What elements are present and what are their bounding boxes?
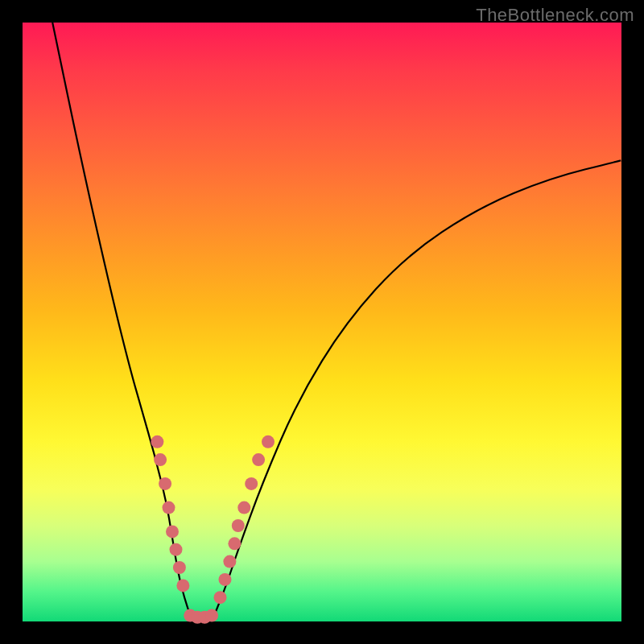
marker-dot [173, 561, 186, 574]
marker-dot [252, 453, 265, 466]
marker-dot [219, 573, 232, 586]
marker-dot [214, 591, 227, 604]
marker-dot [245, 477, 258, 490]
marker-dot [205, 609, 218, 622]
chart-frame: TheBottleneck.com [0, 0, 644, 644]
marker-dot [170, 543, 183, 556]
marker-dot [237, 502, 250, 514]
marker-dot [176, 579, 189, 592]
marker-dot [163, 502, 175, 514]
curve-svg [23, 23, 621, 621]
marker-dot [159, 477, 171, 490]
watermark-text: TheBottleneck.com [476, 5, 634, 26]
marker-dot [228, 537, 241, 550]
marker-dot [151, 436, 163, 448]
marker-dot [232, 519, 245, 532]
marker-dot [223, 555, 236, 568]
marker-dot [166, 525, 179, 538]
plot-area [23, 23, 621, 621]
bottleneck-curve [52, 23, 621, 617]
marker-dots [151, 436, 275, 624]
marker-dot [262, 436, 275, 448]
marker-dot [154, 453, 167, 466]
